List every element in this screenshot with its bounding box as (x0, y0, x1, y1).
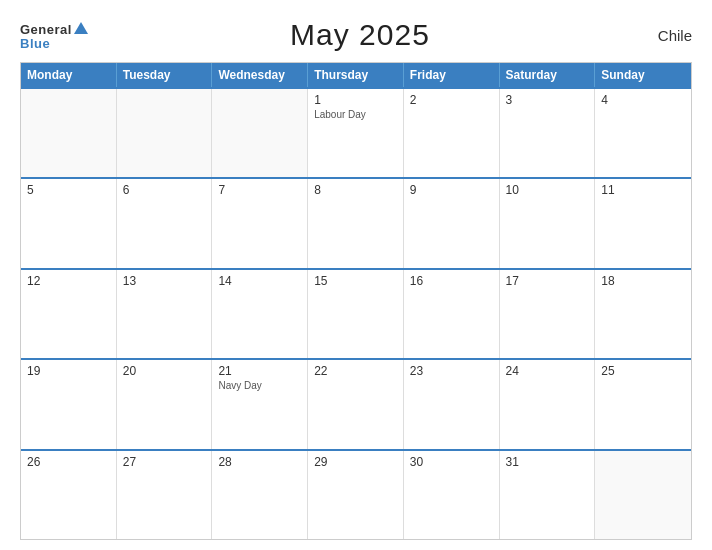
day-number: 20 (123, 364, 206, 378)
calendar-grid: MondayTuesdayWednesdayThursdayFridaySatu… (20, 62, 692, 540)
logo-general-text: General (20, 22, 72, 37)
calendar-cell: 15 (308, 270, 404, 358)
day-number: 31 (506, 455, 589, 469)
day-number: 8 (314, 183, 397, 197)
weekday-header-monday: Monday (21, 63, 117, 87)
day-number: 23 (410, 364, 493, 378)
day-number: 29 (314, 455, 397, 469)
day-number: 21 (218, 364, 301, 378)
calendar-cell: 2 (404, 89, 500, 177)
day-number: 6 (123, 183, 206, 197)
page-header: General Blue May 2025 Chile (20, 18, 692, 52)
calendar-cell: 24 (500, 360, 596, 448)
day-number: 19 (27, 364, 110, 378)
calendar-cell (212, 89, 308, 177)
calendar-cell: 12 (21, 270, 117, 358)
calendar-cell: 1Labour Day (308, 89, 404, 177)
logo: General Blue (20, 21, 88, 50)
day-number: 30 (410, 455, 493, 469)
calendar-cell: 13 (117, 270, 213, 358)
calendar-cell: 14 (212, 270, 308, 358)
day-number: 22 (314, 364, 397, 378)
calendar-cell: 4 (595, 89, 691, 177)
calendar-cell (595, 451, 691, 539)
calendar-cell: 27 (117, 451, 213, 539)
weekday-header-tuesday: Tuesday (117, 63, 213, 87)
day-number: 1 (314, 93, 397, 107)
weekday-header-thursday: Thursday (308, 63, 404, 87)
calendar-cell: 29 (308, 451, 404, 539)
calendar-page: General Blue May 2025 Chile MondayTuesda… (0, 0, 712, 550)
calendar-cell: 6 (117, 179, 213, 267)
calendar-body: 1Labour Day23456789101112131415161718192… (21, 87, 691, 539)
weekday-header-saturday: Saturday (500, 63, 596, 87)
calendar-week-5: 262728293031 (21, 449, 691, 539)
calendar-cell: 18 (595, 270, 691, 358)
calendar-week-2: 567891011 (21, 177, 691, 267)
day-number: 17 (506, 274, 589, 288)
weekday-header-sunday: Sunday (595, 63, 691, 87)
day-number: 5 (27, 183, 110, 197)
calendar-cell (21, 89, 117, 177)
calendar-cell: 20 (117, 360, 213, 448)
calendar-cell: 7 (212, 179, 308, 267)
calendar-cell: 11 (595, 179, 691, 267)
country-label: Chile (632, 27, 692, 44)
day-number: 9 (410, 183, 493, 197)
calendar-cell: 25 (595, 360, 691, 448)
calendar-cell: 28 (212, 451, 308, 539)
calendar-cell: 9 (404, 179, 500, 267)
calendar-cell: 19 (21, 360, 117, 448)
logo-blue-text: Blue (20, 37, 50, 50)
holiday-label: Navy Day (218, 380, 301, 391)
day-number: 28 (218, 455, 301, 469)
calendar-cell: 10 (500, 179, 596, 267)
day-number: 12 (27, 274, 110, 288)
calendar-week-1: 1Labour Day234 (21, 87, 691, 177)
calendar-cell: 16 (404, 270, 500, 358)
calendar-cell (117, 89, 213, 177)
day-number: 2 (410, 93, 493, 107)
calendar-week-3: 12131415161718 (21, 268, 691, 358)
calendar-cell: 26 (21, 451, 117, 539)
weekday-header-wednesday: Wednesday (212, 63, 308, 87)
day-number: 15 (314, 274, 397, 288)
calendar-cell: 23 (404, 360, 500, 448)
calendar-header: MondayTuesdayWednesdayThursdayFridaySatu… (21, 63, 691, 87)
weekday-header-friday: Friday (404, 63, 500, 87)
day-number: 3 (506, 93, 589, 107)
day-number: 25 (601, 364, 685, 378)
day-number: 13 (123, 274, 206, 288)
day-number: 27 (123, 455, 206, 469)
day-number: 26 (27, 455, 110, 469)
day-number: 24 (506, 364, 589, 378)
calendar-cell: 21Navy Day (212, 360, 308, 448)
logo-triangle-icon (74, 22, 88, 34)
calendar-cell: 22 (308, 360, 404, 448)
month-title: May 2025 (88, 18, 632, 52)
day-number: 7 (218, 183, 301, 197)
day-number: 4 (601, 93, 685, 107)
day-number: 16 (410, 274, 493, 288)
holiday-label: Labour Day (314, 109, 397, 120)
calendar-cell: 17 (500, 270, 596, 358)
logo-top: General (20, 21, 88, 37)
calendar-cell: 8 (308, 179, 404, 267)
day-number: 18 (601, 274, 685, 288)
day-number: 10 (506, 183, 589, 197)
day-number: 11 (601, 183, 685, 197)
calendar-week-4: 192021Navy Day22232425 (21, 358, 691, 448)
calendar-cell: 30 (404, 451, 500, 539)
calendar-cell: 31 (500, 451, 596, 539)
calendar-cell: 3 (500, 89, 596, 177)
day-number: 14 (218, 274, 301, 288)
calendar-cell: 5 (21, 179, 117, 267)
